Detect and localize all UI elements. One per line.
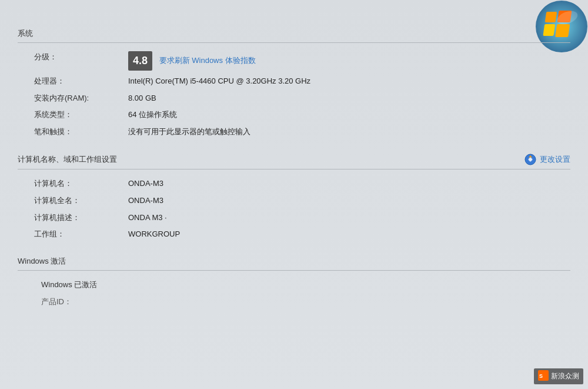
activation-status-row: Windows 已激活 xyxy=(29,277,582,294)
activation-section-label: Windows 激活 xyxy=(18,256,570,267)
ram-label: 安装内存(RAM): xyxy=(29,90,123,107)
computer-name-label: 计算机名： xyxy=(29,175,123,192)
page-container: 系统 分级： 4.8 要求刷新 Windows 体验指数 处理器： Intel(… xyxy=(0,0,588,389)
system-table: 分级： 4.8 要求刷新 Windows 体验指数 处理器： Intel(R) … xyxy=(29,49,582,141)
sina-logo-icon: S xyxy=(538,370,549,381)
processor-value: Intel(R) Core(TM) i5-4460 CPU @ 3.20GHz … xyxy=(123,73,582,90)
system-section: 系统 分级： 4.8 要求刷新 Windows 体验指数 处理器： Intel(… xyxy=(18,28,570,141)
workgroup-label: 工作组： xyxy=(29,226,123,243)
refresh-experience-link[interactable]: 要求刷新 Windows 体验指数 xyxy=(159,56,256,65)
computer-table: 计算机名： ONDA-M3 计算机全名： ONDA-M3 计算机描述： ONDA… xyxy=(29,175,582,243)
rating-value-cell: 4.8 要求刷新 Windows 体验指数 xyxy=(123,49,582,73)
computer-fullname-row: 计算机全名： ONDA-M3 xyxy=(29,192,582,210)
change-settings-label: 更改设置 xyxy=(540,154,570,165)
activation-table: Windows 已激活 产品ID： xyxy=(29,277,582,311)
system-type-label: 系统类型： xyxy=(29,107,123,124)
activation-sub: 产品ID： xyxy=(29,294,582,311)
svg-text:S: S xyxy=(539,373,543,379)
computer-name-value: ONDA-M3 xyxy=(123,175,582,192)
settings-icon xyxy=(524,154,536,165)
rating-row: 分级： 4.8 要求刷新 Windows 体验指数 xyxy=(29,49,582,73)
computer-fullname-label: 计算机全名： xyxy=(29,192,123,210)
activation-section: Windows 激活 Windows 已激活 产品ID： xyxy=(18,256,570,311)
rating-label: 分级： xyxy=(29,49,123,73)
processor-row: 处理器： Intel(R) Core(TM) i5-4460 CPU @ 3.2… xyxy=(29,73,582,90)
activation-sub-row: 产品ID： xyxy=(29,294,582,311)
system-divider xyxy=(18,42,570,43)
watermark-logo: S xyxy=(538,370,549,383)
computer-section-label: 计算机名称、域和工作组设置 xyxy=(18,154,117,165)
computer-desc-label: 计算机描述： xyxy=(29,210,123,227)
workgroup-row: 工作组： WORKGROUP xyxy=(29,226,582,243)
rating-score: 4.8 xyxy=(128,51,152,71)
system-type-value: 64 位操作系统 xyxy=(123,107,582,124)
pen-value: 没有可用于此显示器的笔或触控输入 xyxy=(123,124,582,141)
svg-rect-1 xyxy=(545,12,557,22)
ram-value: 8.00 GB xyxy=(123,90,582,107)
computer-desc-value: ONDA M3 · xyxy=(123,210,582,227)
ram-row: 安装内存(RAM): 8.00 GB xyxy=(29,90,582,107)
watermark-text: 新浪众测 xyxy=(551,371,579,381)
system-section-label: 系统 xyxy=(18,28,570,39)
change-settings-button[interactable]: 更改设置 xyxy=(524,154,570,165)
computer-fullname-value: ONDA-M3 xyxy=(123,192,582,210)
pen-label: 笔和触摸： xyxy=(29,124,123,141)
processor-label: 处理器： xyxy=(29,73,123,90)
pen-row: 笔和触摸： 没有可用于此显示器的笔或触控输入 xyxy=(29,124,582,141)
computer-desc-row: 计算机描述： ONDA M3 · xyxy=(29,210,582,227)
computer-section: 计算机名称、域和工作组设置 更改设置 计算机名： ONDA-M3 计算机全名： xyxy=(18,154,570,243)
system-type-row: 系统类型： 64 位操作系统 xyxy=(29,107,582,124)
workgroup-value: WORKGROUP xyxy=(123,226,582,243)
activation-divider xyxy=(18,270,570,271)
watermark: S 新浪众测 xyxy=(534,368,583,384)
activation-status: Windows 已激活 xyxy=(29,277,582,294)
computer-name-row: 计算机名： ONDA-M3 xyxy=(29,175,582,192)
computer-divider xyxy=(18,169,570,169)
